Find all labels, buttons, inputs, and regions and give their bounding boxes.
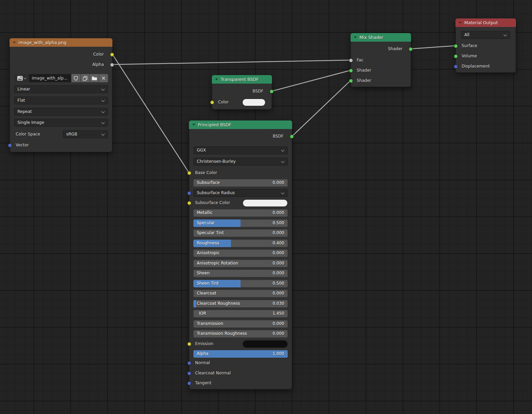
node-header-material-output[interactable]: Material Output bbox=[455, 18, 516, 27]
slider-label: Specular Tint bbox=[197, 230, 224, 235]
socket-bsdf-output[interactable] bbox=[270, 89, 274, 94]
slider-specular-tint[interactable]: Specular Tint 0.000 bbox=[193, 229, 288, 237]
slider-specular[interactable]: Specular 0.500 bbox=[193, 219, 288, 227]
input-label: Emission bbox=[195, 341, 213, 346]
socket-color-input[interactable] bbox=[210, 100, 214, 104]
color-space-dropdown[interactable]: sRGB bbox=[63, 130, 108, 138]
socket-alpha-output[interactable] bbox=[110, 63, 114, 67]
subsurface-color-swatch[interactable] bbox=[243, 199, 288, 207]
output-row-shader: Shader bbox=[355, 45, 407, 53]
fake-user-button[interactable] bbox=[71, 74, 80, 82]
socket-emission-input[interactable] bbox=[187, 342, 191, 346]
interpolation-dropdown[interactable]: Linear bbox=[14, 85, 108, 93]
extension-dropdown[interactable]: Repeat bbox=[14, 108, 108, 116]
dropdown-value: GGX bbox=[197, 148, 206, 153]
subsurface-radius-dropdown[interactable]: Subsurface Radius bbox=[193, 189, 288, 197]
socket-color-output[interactable] bbox=[110, 53, 114, 57]
slider-clearcoat-roughness[interactable]: Clearcoat Roughness 0.030 bbox=[193, 300, 288, 308]
source-dropdown[interactable]: Single Image bbox=[14, 119, 108, 127]
node-title: Material Output bbox=[464, 20, 498, 25]
slider-sheen-tint[interactable]: Sheen Tint 0.500 bbox=[193, 280, 288, 287]
collapse-triangle-icon[interactable] bbox=[192, 124, 195, 126]
chevron-down-icon bbox=[23, 76, 26, 79]
image-browse-button[interactable] bbox=[14, 74, 29, 82]
socket-shader-output[interactable] bbox=[409, 47, 413, 51]
slider-value: 1.000 bbox=[273, 351, 284, 356]
node-header-image-texture[interactable]: image_with_alpha.png bbox=[10, 38, 112, 47]
output-row-bsdf: BSDF bbox=[216, 88, 268, 95]
slider-clearcoat[interactable]: Clearcoat 0.000 bbox=[193, 290, 288, 297]
slider-alpha[interactable]: Alpha 1.000 bbox=[193, 350, 288, 358]
color-swatch[interactable] bbox=[242, 99, 265, 106]
node-transparent-bsdf[interactable]: Transparent BSDF BSDF Color bbox=[212, 75, 272, 110]
socket-base-color-input[interactable] bbox=[187, 171, 191, 175]
input-row-surface: Surface bbox=[460, 42, 511, 50]
input-label: Surface bbox=[462, 43, 477, 48]
projection-dropdown[interactable]: Flat bbox=[14, 97, 108, 104]
subsurface-method-dropdown[interactable]: Christensen-Burley bbox=[193, 158, 288, 166]
collapse-triangle-icon[interactable] bbox=[354, 37, 357, 38]
input-row-displacement: Displacement bbox=[460, 63, 511, 70]
input-row-tangent: Tangent bbox=[193, 380, 288, 387]
image-name-field[interactable]: image_with_alp... bbox=[29, 74, 71, 82]
input-row-clearcoat-normal: Clearcoat Normal bbox=[193, 370, 288, 377]
socket-vector-input[interactable] bbox=[8, 143, 12, 147]
collapse-triangle-icon[interactable] bbox=[13, 42, 16, 43]
open-image-button[interactable] bbox=[90, 74, 99, 82]
input-label: Tangent bbox=[195, 381, 212, 385]
slider-label: Clearcoat bbox=[197, 291, 216, 296]
node-header-principled-bsdf[interactable]: Principled BSDF bbox=[189, 120, 292, 129]
slider-label: Anisotropic Rotation bbox=[197, 261, 238, 266]
collapse-triangle-icon[interactable] bbox=[215, 78, 218, 80]
emission-color-swatch[interactable] bbox=[243, 340, 288, 348]
slider-value: 0.000 bbox=[273, 251, 284, 255]
slider-anisotropic-rotation[interactable]: Anisotropic Rotation 0.000 bbox=[193, 260, 288, 267]
slider-transmission-roughness[interactable]: Transmission Roughness 0.000 bbox=[193, 330, 288, 338]
slider-transmission[interactable]: Transmission 0.000 bbox=[193, 320, 288, 328]
socket-surface-input[interactable] bbox=[454, 44, 458, 48]
slider-anisotropic[interactable]: Anisotropic 0.000 bbox=[193, 249, 288, 257]
socket-clearcoat-normal-input[interactable] bbox=[187, 371, 191, 375]
socket-tangent-input[interactable] bbox=[187, 381, 191, 385]
target-dropdown[interactable]: All bbox=[461, 31, 510, 39]
socket-displacement-input[interactable] bbox=[454, 65, 458, 69]
input-row-shader-2: Shader bbox=[355, 77, 407, 85]
node-principled-bsdf[interactable]: Principled BSDF BSDF GGX Christensen-Bur… bbox=[189, 120, 292, 389]
slider-sheen[interactable]: Sheen 0.000 bbox=[193, 270, 288, 277]
slider-roughness[interactable]: Roughness 0.400 bbox=[193, 240, 288, 247]
slider-subsurface[interactable]: Subsurface 0.000 bbox=[193, 179, 288, 187]
input-row-emission: Emission bbox=[193, 340, 288, 348]
socket-bsdf-output[interactable] bbox=[290, 134, 294, 139]
slider-value: 0.000 bbox=[273, 210, 284, 215]
unlink-button[interactable]: × bbox=[99, 74, 108, 82]
collapse-triangle-icon[interactable] bbox=[459, 22, 462, 24]
distribution-dropdown[interactable]: GGX bbox=[193, 146, 288, 154]
input-label: Base Color bbox=[195, 170, 217, 175]
dropdown-value: Repeat bbox=[17, 109, 32, 114]
output-label: BSDF bbox=[253, 89, 263, 94]
slider-value: 0.000 bbox=[273, 271, 284, 275]
input-label: Shader bbox=[357, 68, 371, 73]
node-material-output[interactable]: Material Output All Surface Volume Displ… bbox=[455, 18, 516, 73]
socket-fac-input[interactable] bbox=[349, 58, 353, 62]
node-editor-canvas[interactable]: image_with_alpha.png Color Alpha image_w… bbox=[0, 0, 532, 414]
input-row-shader-1: Shader bbox=[355, 67, 407, 74]
input-label: Clearcoat Normal bbox=[195, 371, 231, 375]
socket-subsurface-color-input[interactable] bbox=[187, 201, 191, 205]
node-header-mix-shader[interactable]: Mix Shader bbox=[351, 33, 411, 42]
socket-shader2-input[interactable] bbox=[349, 79, 353, 83]
duplicate-icon bbox=[83, 76, 88, 81]
duplicate-button[interactable] bbox=[81, 74, 90, 82]
socket-subsurface-radius-input[interactable] bbox=[187, 191, 191, 195]
output-label: Color bbox=[93, 52, 104, 57]
slider-value: 0.000 bbox=[273, 331, 284, 336]
socket-volume-input[interactable] bbox=[454, 54, 458, 58]
slider-metallic[interactable]: Metallic 0.000 bbox=[193, 209, 288, 217]
node-header-transparent-bsdf[interactable]: Transparent BSDF bbox=[212, 75, 272, 84]
node-image-texture[interactable]: image_with_alpha.png Color Alpha image_w… bbox=[10, 38, 112, 152]
socket-normal-input[interactable] bbox=[187, 361, 191, 365]
dropdown-value: Subsurface Radius bbox=[197, 190, 235, 195]
slider-ior[interactable]: IOR 1.450 bbox=[193, 310, 288, 317]
node-mix-shader[interactable]: Mix Shader Shader Fac Shader Shader bbox=[351, 33, 411, 87]
socket-shader1-input[interactable] bbox=[349, 69, 353, 73]
